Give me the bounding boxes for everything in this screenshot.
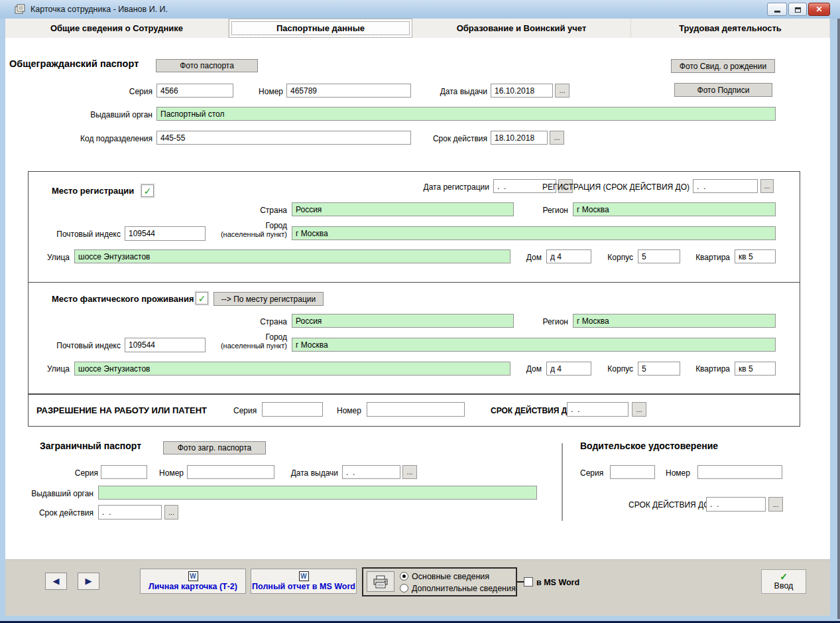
msword-checkbox-label: в MS Word [536,578,579,587]
res-block-input[interactable] [638,362,680,376]
check-icon: ✓ [144,186,152,196]
license-number-label: Номер [666,468,690,478]
reg-city-label-line1: Город [221,222,287,230]
res-street-input[interactable] [74,362,510,376]
issuing-authority-input[interactable] [156,107,776,121]
radio-main-info-label: Основные сведения [412,572,489,581]
close-icon: ✕ [815,5,822,14]
res-apartment-input[interactable] [735,362,776,376]
passport-expiry-picker-button[interactable]: ... [550,131,564,145]
foreign-passport-heading: Заграничный паспорт [40,441,141,451]
reg-country-label: Страна [260,206,287,215]
passport-expiry-label: Срок действия [433,134,487,143]
photo-birth-cert-button[interactable]: Фото Свид. о рождении [671,59,775,73]
res-city-label: Город (населенный пункт) [221,333,287,350]
title-bar: Карточка сотрудника - Иванов И. И. ✕ [0,0,840,19]
foreign-number-input[interactable] [187,465,274,479]
window-title: Карточка сотрудника - Иванов И. И. [30,5,168,14]
registration-checkbox[interactable]: ✓ [141,184,154,197]
foreign-issue-date-label: Дата выдачи [291,468,338,478]
tab-passport-data[interactable]: Паспортные данные [229,19,412,38]
tab-general-info[interactable]: Общие сведения о Сотруднике [5,19,229,38]
next-record-button[interactable]: ▶ [78,573,99,590]
permit-expiry-input[interactable] [567,402,629,417]
msword-checkbox[interactable] [524,577,533,587]
res-house-input[interactable] [546,362,591,376]
work-permit-title: РАЗРЕШЕНИЕ НА РАБОТУ ИЛИ ПАТЕНТ [36,405,207,415]
tab-education-military[interactable]: Образование и Воинский учет [412,19,631,38]
check-icon: ✓ [780,573,788,581]
res-house-label: Дом [526,364,542,374]
photo-signature-button[interactable]: Фото Подписи [674,83,772,97]
res-country-input[interactable] [292,314,514,328]
reg-city-input[interactable] [292,226,776,240]
res-apartment-label: Квартира [695,364,730,374]
foreign-expiry-picker-button[interactable]: ... [164,505,178,519]
passport-issue-date-input[interactable] [491,84,553,98]
foreign-issue-date-input[interactable] [342,465,400,479]
app-documents-icon [15,4,26,15]
registration-title: Место регистрации [52,186,134,196]
foreign-expiry-input[interactable] [98,505,162,519]
maximize-button[interactable] [788,3,807,16]
division-code-input[interactable] [156,131,411,145]
license-expiry-picker-button[interactable]: ... [768,497,783,512]
license-expiry-input[interactable] [706,497,766,512]
permit-series-label: Серия [233,406,257,415]
foreign-series-input[interactable] [101,465,147,479]
permit-series-input[interactable] [262,402,323,417]
tab-label: Паспортные данные [276,23,365,33]
reg-block-input[interactable] [638,249,680,263]
full-report-msword-label: Полный отчет в MS Word [252,582,355,591]
passport-expiry-input[interactable] [491,131,548,145]
permit-number-input[interactable] [367,402,465,417]
foreign-authority-input[interactable] [98,486,537,500]
foreign-issue-date-picker-button[interactable]: ... [402,465,417,479]
passport-issue-date-label: Дата выдачи [440,87,487,96]
previous-record-button[interactable]: ◀ [45,573,67,590]
foreign-number-label: Номер [159,468,184,478]
reg-region-input[interactable] [573,202,776,216]
minimize-button[interactable] [767,3,787,16]
close-button[interactable]: ✕ [808,3,830,16]
reg-region-label: Регион [542,206,568,215]
res-country-label: Страна [260,317,287,326]
photo-foreign-passport-button[interactable]: Фото загр. паспорта [163,441,266,454]
reg-date-label: Дата регистрации [424,182,489,192]
res-street-label: Улица [47,364,70,374]
reg-postcode-input[interactable] [125,226,206,241]
minimize-icon [774,11,780,13]
check-icon: ✓ [198,293,206,304]
reg-expiry-picker-button[interactable]: ... [760,179,774,193]
permit-expiry-picker-button[interactable]: ... [632,402,646,417]
photo-passport-button[interactable]: Фото паспорта [156,59,258,72]
passport-issue-date-picker-button[interactable]: ... [555,84,570,98]
reg-expiry-input[interactable] [693,179,758,193]
passport-series-input[interactable] [156,84,233,98]
reg-street-label: Улица [47,253,70,262]
print-button[interactable] [367,571,394,592]
copy-from-registration-button[interactable]: --> По месту регистрации [213,292,324,306]
window-right-edge [837,19,840,619]
res-region-input[interactable] [573,314,776,328]
section-divider [562,443,563,521]
license-number-input[interactable] [697,465,782,479]
reg-apartment-input[interactable] [735,249,776,263]
enter-button[interactable]: ✓ Ввод [761,569,806,594]
reg-street-input[interactable] [74,249,510,263]
res-city-label-line1: Город [221,333,287,342]
reg-house-input[interactable] [546,249,591,263]
passport-number-input[interactable] [286,84,411,98]
residence-checkbox[interactable]: ✓ [196,292,208,305]
personal-card-t2-button[interactable]: W Личная карточка (Т-2) [140,569,246,594]
enter-button-label: Ввод [774,581,794,590]
reg-country-input[interactable] [292,202,514,216]
res-city-input[interactable] [292,338,776,352]
res-postcode-input[interactable] [125,338,206,352]
license-series-input[interactable] [610,465,655,479]
arrow-right-icon: ▶ [86,576,92,586]
radio-additional-info[interactable] [400,584,408,592]
full-report-msword-button[interactable]: W Полный отчет в MS Word [251,569,357,594]
tab-work-activity[interactable]: Трудовая деятельность [631,19,830,38]
radio-main-info[interactable] [400,572,408,581]
